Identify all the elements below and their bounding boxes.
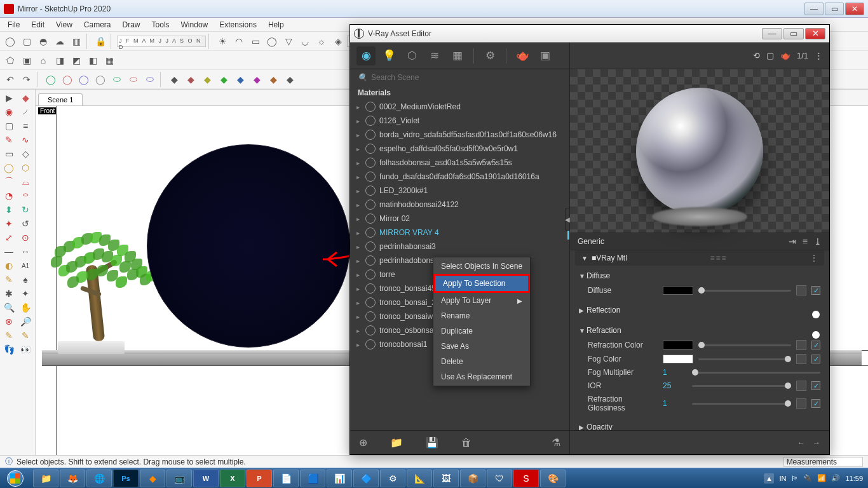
eraser-tool-icon[interactable]: ◆ [18,91,33,105]
rect2-icon[interactable]: ▭ [1,147,17,161]
refr-color-map[interactable] [796,340,806,350]
diffuse-check[interactable]: ✓ [811,286,820,295]
ctx-use-as-replacement[interactable]: Use As Replacement [433,369,530,384]
filter-icon[interactable]: ≡ [803,236,808,247]
refr-gloss-map[interactable] [796,398,806,409]
rotate-icon[interactable]: ↺ [18,217,33,231]
vray-mtl-bar[interactable]: ▼■ VRay Mtl≡≡≡⋮ [575,250,824,266]
tb-render-icon[interactable]: ◓ [36,34,51,49]
tab-settings-icon[interactable]: ⚙ [480,46,499,65]
walk-icon[interactable]: 👣 [1,342,17,356]
tb-lock-icon[interactable]: 🔒 [93,34,108,49]
task-app5-icon[interactable]: 📐 [407,470,432,487]
tb-spot-icon[interactable]: ▽ [281,34,296,49]
tb-redo-icon[interactable]: ↷ [19,72,34,87]
task-ps-icon[interactable]: Ps [113,470,139,487]
pencil-icon[interactable]: ✎ [1,133,17,147]
task-app8-icon[interactable]: 🛡 [487,470,512,487]
tab-textures-icon[interactable]: ▦ [448,46,467,65]
move-icon[interactable]: ✦ [1,217,17,231]
arrow-right-icon[interactable]: ⇥ [789,236,796,247]
tb-bottom-icon[interactable]: ▦ [102,53,117,68]
vray-close-button[interactable]: ✕ [805,28,825,39]
refr-color-check[interactable]: ✓ [811,341,820,349]
zoomext-icon[interactable]: 🔎 [18,315,33,329]
protractor-icon[interactable]: ◐ [1,259,17,273]
tab-render-icon[interactable]: 🫖 [513,46,532,65]
menu-file[interactable]: File [3,19,25,30]
menu-window[interactable]: Window [176,19,214,30]
task-chrome-icon[interactable]: 🌐 [86,470,112,487]
maximize-button[interactable]: ▭ [825,3,844,15]
line-tool-icon[interactable]: ◉ [1,105,17,119]
ior-value[interactable]: 25 [663,381,687,390]
poly-icon[interactable]: ⬡ [18,161,33,175]
tb-blue-circle-icon[interactable]: ◯ [76,72,92,87]
section-icon[interactable]: ✱ [1,287,17,301]
foot-delete-icon[interactable]: 🗑 [461,437,471,449]
tray-flag-icon[interactable]: 🏳 [791,475,798,482]
menu-tools[interactable]: Tools [147,19,175,30]
task-sketchup-icon[interactable]: S [513,470,539,487]
ctx-duplicate[interactable]: Duplicate [433,323,530,339]
refr-gloss-check[interactable]: ✓ [811,399,820,408]
tb-col7-icon[interactable]: ◆ [266,72,281,87]
tray-vol-icon[interactable]: 🔊 [831,474,840,482]
ctx-select-objects-in-scene[interactable]: Select Objects In Scene [433,259,530,274]
tb-vray-logo[interactable]: ◯ [3,34,18,49]
tb-sphere-icon[interactable]: ◯ [264,34,280,49]
tb-red-circle-icon[interactable]: ◯ [60,72,75,87]
dim-icon[interactable]: ↔ [18,245,33,259]
ctx-apply-to-layer[interactable]: Apply To Layer▶ [433,293,530,308]
task-app4-icon[interactable]: ⚙ [380,470,405,487]
task-app6-icon[interactable]: 🖼 [433,470,459,487]
tab-layers-icon[interactable]: ≋ [425,46,444,65]
material-item[interactable]: ▸LED_3200k#1 [350,184,569,198]
tb-mesh-icon[interactable]: ◈ [330,34,346,49]
ior-map[interactable] [796,381,806,391]
ctx-save-as[interactable]: Save As [433,339,530,354]
foot-fwd-icon[interactable]: → [813,438,820,447]
tb-red-ring-icon[interactable]: ⬭ [126,72,141,87]
arc4-icon[interactable]: ⌔ [18,189,33,203]
material-item[interactable]: ▸espelho_daffdsaf0s5fa0sd5f09w0e5r0w1 [350,142,569,156]
tb-back-icon[interactable]: ◩ [69,53,84,68]
diffuse-swatch[interactable] [663,286,693,295]
arc3-icon[interactable]: ⌓ [18,175,33,189]
tab-lights-icon[interactable]: 💡 [379,46,398,65]
tb-cube-icon[interactable]: ▢ [19,34,34,49]
refr-color-swatch[interactable] [663,341,693,349]
star-icon[interactable]: ✦ [18,287,33,301]
sample-icon[interactable]: ✎ [18,329,33,342]
tb-sun-icon[interactable]: ☀ [215,34,230,49]
text-icon[interactable]: A1 [18,259,33,273]
tb-col6-icon[interactable]: ◆ [249,72,264,87]
section-opacity[interactable]: ▶Opacity [579,419,820,430]
menu-draw[interactable]: Draw [118,19,146,30]
tray-net-icon[interactable]: 📶 [817,474,826,482]
tb-dome-icon[interactable]: ◠ [231,34,247,49]
tb-iso-icon[interactable]: ⬠ [3,53,18,68]
task-app2-icon[interactable]: 📊 [327,470,352,487]
minimize-button[interactable]: — [804,3,824,15]
pushpull-icon[interactable]: ⬍ [1,203,17,217]
tray-lang[interactable]: IN [779,475,786,482]
tb-view-icon[interactable]: ▥ [69,34,84,49]
task-firefox-icon[interactable]: 🦊 [60,470,85,487]
start-button[interactable] [0,468,31,489]
tb-left-icon[interactable]: ◧ [85,53,100,68]
search-input[interactable] [371,73,562,82]
tray-expand-icon[interactable]: ▲ [764,473,774,484]
menu-edit[interactable]: Edit [26,19,50,30]
tb-col1-icon[interactable]: ◆ [166,72,182,87]
tb-green-ring-icon[interactable]: ⬭ [109,72,125,87]
scene-tab-1[interactable]: Scene 1 [38,93,83,105]
menu-extensions[interactable]: Extensions [214,19,262,30]
select-tool-icon[interactable]: ▶ [1,91,17,105]
foot-back-icon[interactable]: ← [797,438,805,447]
tb-col4-icon[interactable]: ◆ [216,72,231,87]
menu-camera[interactable]: Camera [79,19,116,30]
refr-gloss-value[interactable]: 1 [663,399,687,408]
foot-folder-icon[interactable]: 📁 [390,437,403,449]
collapse-handle-icon[interactable]: ◀ [565,208,570,231]
